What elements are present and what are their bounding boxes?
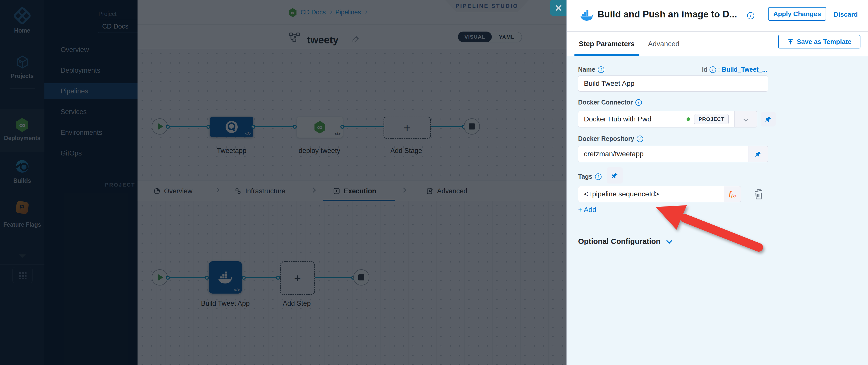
repository-pin-button[interactable] — [748, 146, 768, 162]
upload-template-icon — [787, 38, 794, 45]
active-tab-underline — [574, 54, 640, 56]
info-icon[interactable]: i — [637, 135, 643, 142]
docker-connector-value: Docker Hub with Pwd — [584, 115, 683, 123]
scope-badge: PROJECT — [694, 114, 729, 124]
docker-repository-field — [578, 146, 768, 162]
docker-connector-field[interactable]: Docker Hub with Pwd PROJECT — [578, 111, 757, 127]
annotation-arrow — [641, 194, 797, 275]
tags-label: Tags i — [578, 173, 601, 180]
pin-icon — [611, 172, 618, 179]
pipeline-studio-app: Home Projects ∞ Deployments Builds Featu… — [0, 0, 868, 365]
id-label: Id — [702, 66, 708, 73]
add-tag-link[interactable]: + Add — [578, 206, 596, 214]
info-icon[interactable]: i — [598, 66, 604, 73]
docker-repository-label: Docker Repository i — [578, 135, 643, 142]
tab-step-parameters[interactable]: Step Parameters — [579, 40, 634, 48]
name-label: Name i — [578, 66, 604, 73]
close-icon — [555, 4, 562, 11]
name-input[interactable] — [578, 75, 768, 92]
info-icon[interactable]: i — [747, 12, 754, 19]
connector-status-dot — [687, 117, 690, 121]
docker-icon — [580, 9, 594, 21]
connector-pin-button[interactable] — [761, 112, 776, 126]
step-config-drawer: Build and Push an image to D... i Apply … — [566, 0, 868, 365]
step-id-value[interactable]: Build_Tweet_... — [722, 66, 767, 73]
tab-step-advanced[interactable]: Advanced — [648, 40, 680, 48]
close-drawer-button[interactable] — [550, 0, 566, 16]
chevron-down-icon — [743, 117, 748, 122]
discard-button[interactable]: Discard — [834, 10, 858, 19]
step-id-row: Id i : Build_Tweet_... — [673, 66, 767, 73]
pin-icon — [755, 151, 762, 157]
modal-dim-overlay — [0, 0, 566, 365]
pin-icon — [765, 116, 772, 123]
info-icon[interactable]: i — [710, 66, 716, 73]
docker-repository-input[interactable] — [578, 146, 748, 162]
docker-connector-label: Docker Connector i — [578, 99, 642, 106]
connector-dropdown[interactable] — [735, 111, 757, 127]
info-icon[interactable]: i — [636, 99, 642, 106]
step-title: Build and Push an image to D... — [597, 9, 737, 20]
tags-pin-button[interactable] — [607, 168, 623, 183]
apply-changes-button[interactable]: Apply Changes — [768, 7, 826, 21]
divider — [567, 31, 868, 32]
info-icon[interactable]: i — [595, 174, 601, 180]
save-as-template-button[interactable]: Save as Template — [778, 35, 861, 49]
